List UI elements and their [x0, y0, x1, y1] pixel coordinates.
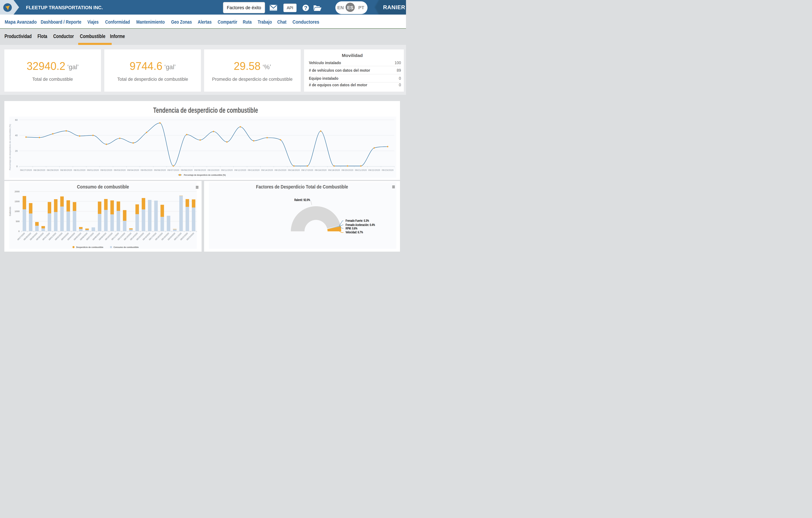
svg-text:09/05/2020: 09/05/2020: [141, 169, 152, 171]
svg-text:08/27/2020: 08/27/2020: [20, 169, 32, 171]
svg-text:09/10/2020: 09/10/2020: [208, 169, 220, 171]
svg-text:09/12/2020: 09/12/2020: [234, 169, 246, 171]
svg-text:09/18/2020: 09/18/2020: [315, 169, 327, 171]
svg-text:09/13/2020: 09/13/2020: [248, 169, 260, 171]
svg-text:20: 20: [15, 149, 18, 152]
svg-text:09/11/2020: 09/11/2020: [221, 169, 233, 171]
svg-text:09/17/2020: 09/17/2020: [301, 169, 313, 171]
svg-text:Porcentaje de desperdicio de c: Porcentaje de desperdicio de combustible…: [184, 174, 226, 176]
svg-text:60: 60: [15, 118, 18, 121]
svg-text:09/02/2020: 09/02/2020: [100, 169, 112, 171]
svg-text:09/08/2020: 09/08/2020: [181, 169, 193, 171]
svg-text:0: 0: [17, 165, 18, 168]
svg-text:09/04/2020: 09/04/2020: [127, 169, 139, 171]
svg-text:1500: 1500: [14, 200, 20, 203]
svg-text:09/09/2020: 09/09/2020: [194, 169, 206, 171]
svg-text:40: 40: [15, 134, 18, 137]
svg-text:09/03/2020: 09/03/2020: [114, 169, 126, 171]
svg-text:2000: 2000: [14, 190, 20, 193]
svg-text:09/20/2020: 09/20/2020: [342, 169, 353, 171]
svg-text:09/19/2020: 09/19/2020: [328, 169, 340, 171]
svg-text:09/15/2020: 09/15/2020: [274, 169, 287, 171]
svg-text:Consumo de combustible: Consumo de combustible: [114, 246, 139, 248]
svg-text:09/22/2020: 09/22/2020: [368, 169, 380, 171]
svg-text:08/30/2020: 08/30/2020: [60, 169, 72, 171]
svg-text:09/06/2020: 09/06/2020: [154, 169, 166, 171]
svg-text:08/29/2020: 08/29/2020: [47, 169, 59, 171]
svg-text:Porcentaje de desperdicio de c: Porcentaje de desperdicio de combustible…: [9, 124, 11, 170]
svg-text:500: 500: [16, 220, 20, 223]
svg-text:09/01/2020: 09/01/2020: [87, 169, 99, 171]
svg-text:Galones: Galones: [8, 207, 11, 216]
svg-text:09/16/2020: 09/16/2020: [288, 169, 300, 171]
svg-text:0: 0: [18, 230, 20, 233]
svg-text:09/07/2020: 09/07/2020: [167, 169, 179, 171]
svg-text:09/21/2020: 09/21/2020: [355, 169, 367, 171]
svg-text:08/28/2020: 08/28/2020: [33, 169, 46, 171]
svg-text:Desperdicio de combustible: Desperdicio de combustible: [76, 246, 103, 248]
svg-text:1000: 1000: [14, 210, 20, 213]
svg-text:09/14/2020: 09/14/2020: [261, 169, 273, 171]
svg-text:08/31/2020: 08/31/2020: [74, 169, 86, 171]
svg-text:09/23/2020: 09/23/2020: [382, 169, 394, 171]
